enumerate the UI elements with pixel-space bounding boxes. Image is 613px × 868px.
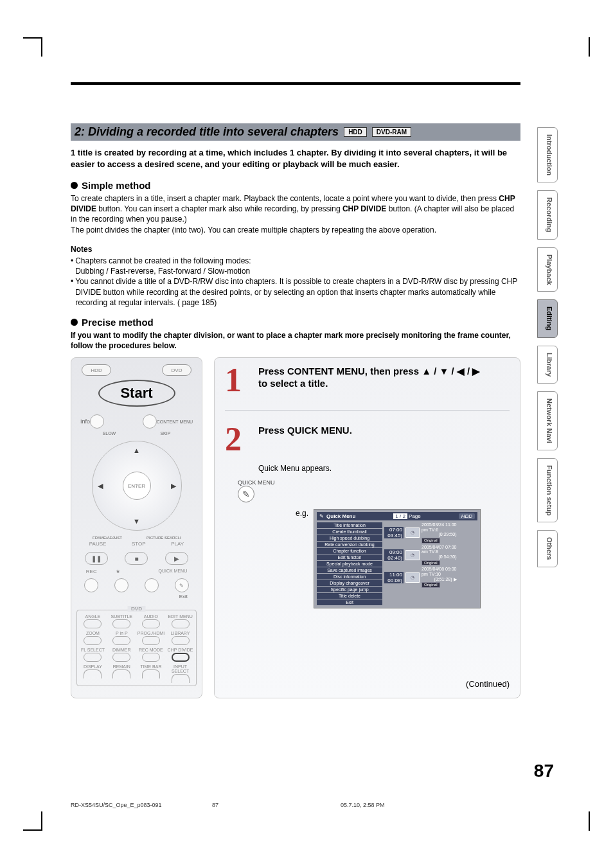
footer-stamp: 05.7.10, 2:58 PM	[341, 802, 520, 808]
simple-method-title: Simple method	[82, 180, 151, 191]
quick-menu-button: ✎	[175, 578, 189, 592]
section-title: 2: Dividing a recorded title into severa…	[75, 125, 339, 139]
crop-mark	[23, 37, 42, 39]
thumbnail-icon: ◔	[405, 527, 420, 538]
osd-menu-item: Title delete	[317, 593, 382, 599]
simple-method-heading: Simple method	[71, 180, 520, 191]
exit-label: Exit	[76, 594, 197, 599]
osd-screenshot: ✎ Quick Menu 1 / 2 Page HDD Title inform…	[314, 509, 481, 608]
fl-select-button	[84, 653, 102, 662]
chp-divide-button	[172, 653, 190, 662]
step-number: 1	[225, 366, 252, 396]
osd-title-item: 07:00 03:45) ◔ 2005/03/24 11:00 pm TV:6 …	[384, 522, 477, 544]
osd-menu-item: Disc information	[317, 574, 382, 580]
crop-mark	[23, 829, 42, 831]
note-item: • Chapters cannot be created in the foll…	[71, 256, 520, 276]
pinp-button	[112, 636, 130, 645]
arrow-up-icon: ▲	[133, 447, 140, 454]
info-button	[90, 414, 104, 429]
step-2: 2 Press QUICK MENU.	[225, 425, 510, 455]
arrow-left-icon: ◀	[98, 482, 103, 490]
osd-menu-item: Special playback mode	[317, 561, 382, 567]
sidebar-tab-recording: Recording	[537, 190, 558, 239]
lead-paragraph: 1 title is created by recording at a tim…	[71, 147, 520, 170]
footer-file: RD-XS54SU/SC_Ope_E_p083-091	[71, 802, 212, 808]
osd-quick-menu-label: ✎ Quick Menu	[319, 513, 355, 519]
bullet-icon: •	[71, 256, 73, 276]
step-1: 1 Press CONTENT MENU, then press ▲ / ▼ /…	[225, 366, 510, 396]
bullet-icon: •	[71, 276, 73, 308]
step-2-heading: Press QUICK MENU.	[258, 425, 352, 437]
info-label: Info	[80, 418, 90, 425]
sidebar-tab-introduction: Introduction	[537, 127, 558, 182]
circle-button	[145, 578, 159, 592]
osd-menu-item: Display changeover	[317, 580, 382, 586]
dvd-section: DVD ANGLE SUBTITLE AUDIO EDIT MENU ZOOM …	[76, 610, 197, 686]
arrow-right-icon: ▶	[171, 482, 176, 490]
step-divider	[225, 410, 510, 411]
chip-hdd: HDD	[344, 127, 367, 137]
simple-method-body: To create chapters in a title, insert a …	[71, 193, 520, 225]
thumbnail-icon: ◔	[405, 572, 420, 583]
subtitle-button	[112, 619, 130, 628]
osd-menu-item: Save captured images	[317, 567, 382, 573]
arrow-down-icon: ▼	[133, 517, 140, 525]
sidebar-tab-playback: Playback	[537, 247, 558, 292]
frame-adjust-label: FRAME/ADJUST	[93, 536, 122, 540]
step-number: 2	[225, 425, 252, 455]
pause-label: PAUSE	[89, 541, 107, 547]
page-number: 87	[534, 761, 554, 781]
rec-mode-button	[142, 653, 160, 662]
example-block: e.g. ✎ Quick Menu 1 / 2 Page HDD	[296, 509, 510, 608]
osd-menu-item: Title information	[317, 522, 382, 528]
star-button	[114, 578, 129, 592]
stop-button: ■	[125, 552, 148, 565]
osd-hdd-chip: HDD	[459, 513, 475, 519]
quick-menu-icon-block: QUICK MENU ✎	[238, 479, 510, 502]
simple-method-body-2: The point divides the chapter (into two)…	[71, 225, 520, 235]
osd-menu-item: Exit	[317, 599, 382, 605]
osd-menu: Title information Create thumbnail High …	[317, 522, 382, 605]
footer: RD-XS54SU/SC_Ope_E_p083-091 87 05.7.10, …	[71, 802, 520, 808]
osd-title-list: 07:00 03:45) ◔ 2005/03/24 11:00 pm TV:6 …	[384, 522, 477, 605]
remote-illustration: HDD DVD Start Info CONTENT MENU SLOW SKI…	[71, 357, 202, 698]
picture-search-label: PICTURE SEARCH	[147, 536, 181, 540]
dimmer-button	[112, 653, 130, 662]
thumbnail-icon: ◔	[405, 550, 420, 560]
quick-menu-icon-label: QUICK MENU	[238, 479, 275, 486]
pencil-icon: ✎	[319, 513, 324, 519]
sidebar-tab-function-setup: Function setup	[537, 458, 558, 523]
arrows-icon: ▲ / ▼ / ◀ / ▶	[422, 366, 480, 376]
notes-heading: Notes	[71, 244, 520, 254]
sidebar-tab-others: Others	[537, 530, 558, 567]
content-menu-label: CONTENT MENU	[157, 420, 193, 424]
footer-page: 87	[212, 802, 341, 808]
crop-mark	[589, 811, 590, 831]
angle-button	[84, 619, 102, 628]
hdd-button: HDD	[82, 364, 111, 376]
time-bar-button	[142, 669, 160, 678]
quick-menu-label: QUICK MENU	[158, 569, 187, 574]
notes-list: • Chapters cannot be created in the foll…	[71, 256, 520, 308]
osd-menu-item: Rate conversion dubbing	[317, 542, 382, 547]
steps-panel: 1 Press CONTENT MENU, then press ▲ / ▼ /…	[214, 357, 520, 698]
osd-menu-item: Specific page jump	[317, 587, 382, 592]
eg-label: e.g.	[296, 509, 308, 518]
sidebar-tab-library: Library	[537, 346, 558, 384]
step-2-appears: Quick Menu appears.	[258, 464, 510, 473]
library-button	[172, 636, 190, 645]
skip-label: SKIP	[160, 431, 170, 436]
section-heading: 2: Dividing a recorded title into severa…	[71, 123, 520, 141]
osd-title-item: 11:00 00:08) ◔ 2005/04/08 09:00 pm TV:10…	[384, 567, 477, 588]
precise-method-title: Precise method	[82, 317, 154, 328]
display-button	[84, 669, 102, 678]
zoom-button	[84, 636, 102, 645]
osd-menu-item: Chapter function	[317, 548, 382, 554]
edit-menu-button	[172, 619, 190, 628]
note-item: • You cannot divide a title of a DVD-R/R…	[71, 276, 520, 308]
sidebar-tabs: Introduction Recording Playback Editing …	[537, 127, 558, 567]
pause-button: ❚❚	[85, 552, 108, 565]
rec-button	[84, 578, 98, 592]
sidebar-tab-editing: Editing	[537, 299, 558, 337]
precise-method-intro: If you want to modify the chapter divisi…	[71, 330, 520, 351]
